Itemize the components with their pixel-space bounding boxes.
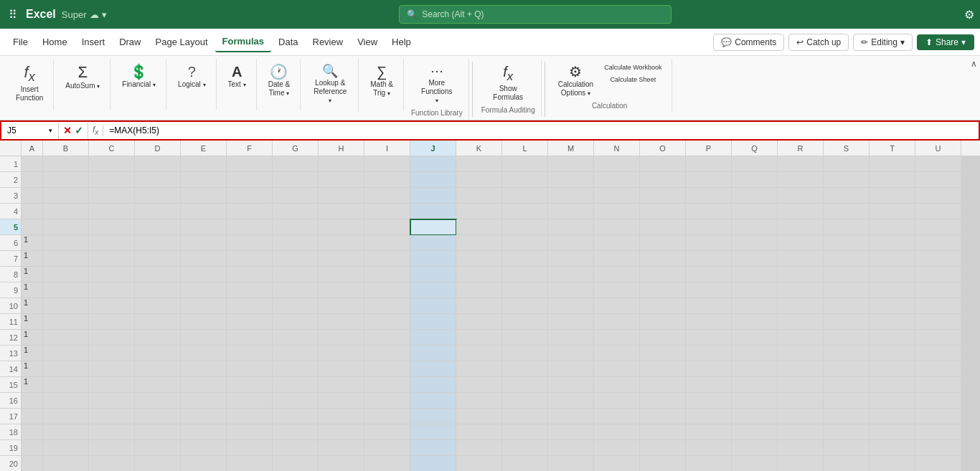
cell-K10[interactable] [456,298,502,314]
cell-E11[interactable] [181,314,227,330]
cell-J7[interactable] [410,251,456,267]
cell-ref-arrow[interactable]: ▾ [49,127,52,134]
cell-P5[interactable] [686,219,732,235]
cell-K11[interactable] [456,314,502,330]
cell-C5[interactable] [89,219,135,235]
col-header-f[interactable]: F [227,141,273,156]
cell-S14[interactable] [824,361,870,377]
comments-button[interactable]: 💬 Comments [713,34,784,51]
cell-J20[interactable] [410,456,456,471]
cell-A3[interactable] [22,188,43,204]
cell-S6[interactable] [824,235,870,251]
cell-Q5[interactable] [732,219,778,235]
cell-N12[interactable] [594,330,640,346]
cell-G12[interactable] [273,330,319,346]
more-functions-button[interactable]: ⋯ MoreFunctions ▾ [415,62,459,108]
cell-C16[interactable] [89,393,135,409]
menu-item-pagelayout[interactable]: Page Layout [149,32,215,52]
cell-D20[interactable] [135,456,181,471]
menu-item-formulas[interactable]: Formulas [215,32,272,52]
cell-H9[interactable] [319,282,364,298]
cell-S19[interactable] [824,440,870,456]
cell-J19[interactable] [410,440,456,456]
col-header-a[interactable]: A [22,141,43,156]
lookup-button[interactable]: 🔍 Lookup &Reference ▾ [308,62,352,108]
cell-H10[interactable] [319,298,364,314]
cell-M4[interactable] [548,204,594,219]
cell-H2[interactable] [319,172,364,188]
cell-M1[interactable] [548,156,594,172]
cell-G18[interactable] [273,424,319,440]
cell-S12[interactable] [824,330,870,346]
cell-M5[interactable] [548,219,594,235]
row-num-19[interactable]: 19 [0,440,21,456]
cell-N4[interactable] [594,204,640,219]
cell-E7[interactable] [181,251,227,267]
cell-D3[interactable] [135,188,181,204]
cell-E17[interactable] [181,409,227,424]
cell-Q15[interactable] [732,377,778,393]
cell-B2[interactable] [43,172,89,188]
cell-K19[interactable] [456,440,502,456]
cell-U14[interactable] [915,361,961,377]
cell-P1[interactable] [686,156,732,172]
row-num-4[interactable]: 4 [0,204,21,219]
cell-U13[interactable] [915,346,961,361]
share-button[interactable]: ⬆ Share ▾ [917,34,974,50]
row-num-10[interactable]: 10 [0,298,21,314]
cell-B1[interactable] [43,156,89,172]
cell-J6[interactable] [410,235,456,251]
cell-L20[interactable] [502,456,548,471]
cell-P17[interactable] [686,409,732,424]
cell-Q19[interactable] [732,440,778,456]
cell-I5[interactable] [364,219,410,235]
menu-item-help[interactable]: Help [385,32,418,52]
cell-D17[interactable] [135,409,181,424]
cell-I9[interactable] [364,282,410,298]
cell-Q16[interactable] [732,393,778,409]
cell-R1[interactable] [778,156,824,172]
cell-R16[interactable] [778,393,824,409]
search-box[interactable]: 🔍 Search (Alt + Q) [399,5,672,24]
cell-B20[interactable] [43,456,89,471]
editing-button[interactable]: ✏ Editing ▾ [853,34,913,51]
cell-I4[interactable] [364,204,410,219]
cell-N17[interactable] [594,409,640,424]
cell-O1[interactable] [640,156,686,172]
cell-M17[interactable] [548,409,594,424]
cell-B19[interactable] [43,440,89,456]
cell-I8[interactable] [364,267,410,282]
cell-O19[interactable] [640,440,686,456]
cell-R7[interactable] [778,251,824,267]
cell-F6[interactable] [227,235,273,251]
cell-S16[interactable] [824,393,870,409]
cell-B17[interactable] [43,409,89,424]
col-header-o[interactable]: O [640,141,686,156]
cell-G6[interactable] [273,235,319,251]
cell-U16[interactable] [915,393,961,409]
cell-R11[interactable] [778,314,824,330]
cell-A17[interactable] [22,409,43,424]
row-num-17[interactable]: 17 [0,409,21,424]
cell-H7[interactable] [319,251,364,267]
cell-A12[interactable]: 1 [22,330,43,346]
cell-I7[interactable] [364,251,410,267]
cell-G7[interactable] [273,251,319,267]
cell-B4[interactable] [43,204,89,219]
cell-K2[interactable] [456,172,502,188]
cell-L18[interactable] [502,424,548,440]
cell-M8[interactable] [548,267,594,282]
cell-G4[interactable] [273,204,319,219]
cell-A20[interactable] [22,456,43,471]
cell-E4[interactable] [181,204,227,219]
cell-F9[interactable] [227,282,273,298]
row-num-15[interactable]: 15 [0,377,21,393]
cell-J3[interactable] [410,188,456,204]
cell-U11[interactable] [915,314,961,330]
cell-N3[interactable] [594,188,640,204]
cell-T13[interactable] [870,346,915,361]
cell-S11[interactable] [824,314,870,330]
cell-C8[interactable] [89,267,135,282]
formula-cancel-button[interactable]: ✕ [63,125,72,136]
cell-K8[interactable] [456,267,502,282]
